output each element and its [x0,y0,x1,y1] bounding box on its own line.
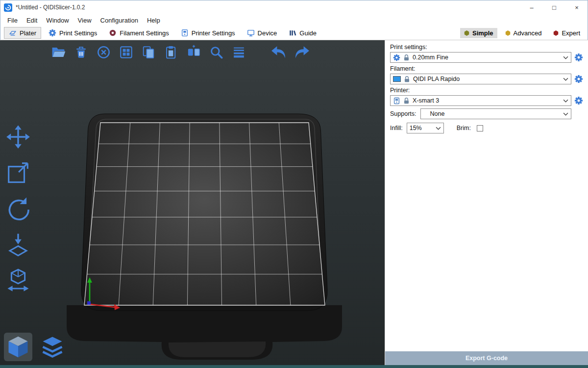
printer-value: X-smart 3 [413,97,561,104]
undo-button[interactable] [270,43,288,61]
printer-combo[interactable]: X-smart 3 [390,95,571,106]
preview-view-button[interactable] [38,333,67,361]
tab-plater-label: Plater [20,29,36,37]
menu-help[interactable]: Help [143,16,165,25]
qidislicer-window: *Untitled - QIDISlicer-1.0.2 – □ × File … [0,0,588,368]
delete-button[interactable] [72,43,90,61]
window-bottom-edge [0,365,588,368]
printer-icon [181,29,189,37]
tab-guide-label: Guide [299,29,317,37]
menu-window[interactable]: Window [42,16,73,25]
mode-advanced-label: Advanced [514,29,542,37]
simple-mode-dot-icon [464,30,469,36]
gizmo-toolbar [4,123,32,294]
advanced-mode-dot-icon [505,30,511,36]
view-switcher [4,333,67,361]
copy-button[interactable] [139,43,158,61]
search-button[interactable] [207,43,225,61]
window-title: *Untitled - QIDISlicer-1.0.2 [16,4,520,11]
chevron-down-icon [563,112,568,116]
brim-checkbox[interactable] [477,125,483,131]
print-settings-combo[interactable]: 0.20mm Fine [390,52,571,63]
menubar: File Edit Window View Configuration Help [0,15,588,26]
titlebar: *Untitled - QIDISlicer-1.0.2 – □ × [0,0,588,15]
device-icon [247,29,255,37]
layer-height-button[interactable] [229,43,248,61]
minimize-button[interactable]: – [520,0,543,15]
tab-printer-settings-label: Printer Settings [192,29,235,37]
print-bed [0,40,385,365]
brim-label: Brim: [457,125,471,131]
scale-tool-button[interactable] [4,158,32,187]
viewport-toolbar [49,43,315,61]
menu-view[interactable]: View [74,16,96,25]
maximize-button[interactable]: □ [543,0,565,15]
paste-button[interactable] [162,43,180,61]
tab-print-settings[interactable]: Print Settings [44,27,101,38]
chevron-down-icon [563,56,568,59]
close-button[interactable]: × [565,0,588,15]
mirror-tool-button[interactable] [4,266,32,294]
print-settings-edit-button[interactable] [574,53,583,62]
gear-icon [49,29,56,37]
bed-handle [169,342,266,357]
filament-icon [109,29,117,37]
place-on-face-tool-button[interactable] [4,230,32,259]
printer-icon [393,97,400,105]
filament-edit-button[interactable] [574,75,583,83]
print-settings-label: Print settings: [390,44,583,51]
filament-color-swatch [393,76,401,82]
gear-icon [393,54,400,61]
split-button[interactable] [184,43,203,61]
app-logo-icon [4,3,12,12]
printer-edit-button[interactable] [574,96,583,105]
supports-label: Supports: [390,110,416,117]
infill-combo[interactable]: 15% [407,123,444,133]
tab-plater[interactable]: Plater [4,27,41,39]
tab-device-label: Device [258,29,277,37]
mode-simple-label: Simple [472,29,493,37]
guide-icon [289,29,296,37]
mode-advanced[interactable]: Advanced [501,28,546,38]
tabbar: Plater Print Settings Filament Settings … [0,26,588,40]
tab-printer-settings[interactable]: Printer Settings [176,27,240,38]
plater-icon [9,29,17,37]
lock-icon [403,76,411,83]
open-button[interactable] [49,43,68,61]
tab-print-settings-label: Print Settings [59,29,97,37]
tab-filament-settings[interactable]: Filament Settings [104,27,173,38]
tab-guide[interactable]: Guide [284,27,321,38]
lock-icon [403,54,410,61]
menu-file[interactable]: File [3,16,22,25]
print-settings-value: 0.20mm Fine [413,54,561,61]
delete-all-button[interactable] [94,43,113,61]
filament-combo[interactable]: QIDI PLA Rapido [390,74,571,84]
export-gcode-button[interactable]: Export G-code [385,351,588,365]
expert-mode-dot-icon [553,30,559,36]
infill-value: 15% [410,125,433,131]
menu-edit[interactable]: Edit [22,16,42,25]
move-tool-button[interactable] [4,123,32,151]
filament-value: QIDI PLA Rapido [413,76,561,82]
arrange-button[interactable] [117,43,135,61]
chevron-down-icon [563,99,568,103]
settings-sidebar: Print settings: 0.20mm Fine [385,40,588,365]
mode-simple[interactable]: Simple [460,28,497,38]
menu-configuration[interactable]: Configuration [96,16,143,25]
supports-combo[interactable]: None [420,108,571,119]
infill-label: Infill: [390,125,403,131]
tab-filament-settings-label: Filament Settings [120,29,169,37]
mode-expert[interactable]: Expert [549,28,584,38]
chevron-down-icon [436,127,441,130]
mode-expert-label: Expert [562,29,580,37]
rotate-tool-button[interactable] [4,194,32,223]
chevron-down-icon [563,78,568,81]
mode-switcher: Simple Advanced Expert [460,28,584,38]
tab-device[interactable]: Device [243,27,282,38]
lock-icon [403,97,410,105]
3d-editor-view-button[interactable] [4,333,32,361]
viewport-3d[interactable] [0,40,385,365]
redo-button[interactable] [292,43,311,61]
printer-label: Printer: [390,87,583,94]
filament-label: Filament: [390,65,583,72]
